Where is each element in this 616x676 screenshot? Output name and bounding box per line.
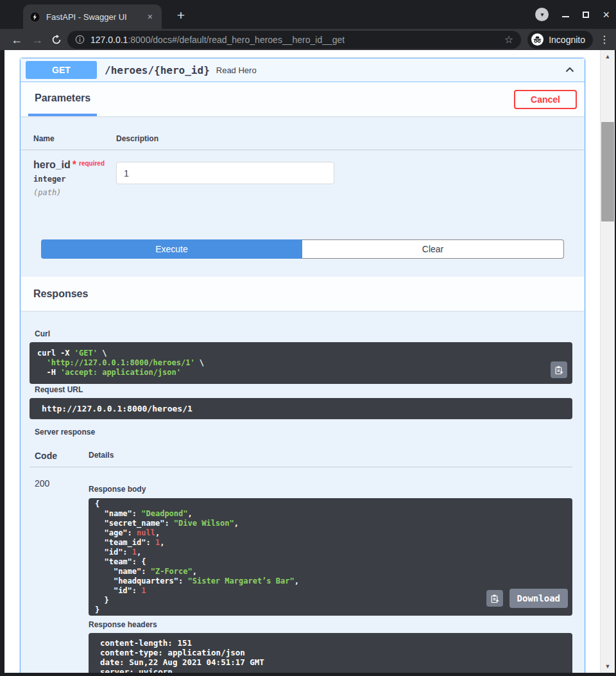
scroll-up-icon[interactable]: ▲ — [601, 53, 615, 60]
incognito-badge: Incognito — [527, 31, 593, 49]
response-table-head: Code Details — [30, 440, 572, 467]
http-method-badge: GET — [26, 61, 97, 79]
download-button[interactable]: Download — [509, 589, 568, 608]
required-label: required — [79, 160, 105, 167]
execute-row: Execute Clear — [41, 239, 564, 277]
response-body-block: { "name": "Deadpond", "secret_name": "Di… — [89, 498, 572, 616]
execute-button[interactable]: Execute — [41, 239, 302, 259]
responses-header: Responses — [21, 277, 585, 311]
response-headers-block: content-length: 151content-type: applica… — [89, 633, 572, 673]
window-close-button[interactable]: × — [603, 10, 610, 20]
request-url-block: http://127.0.0.1:8000/heroes/1 — [30, 398, 572, 419]
response-headers-text: content-length: 151content-type: applica… — [100, 638, 561, 673]
opblock-summary[interactable]: GET /heroes/{hero_id} Read Hero — [21, 58, 585, 82]
parameter-description-cell — [116, 159, 334, 197]
forward-icon[interactable]: → — [31, 34, 43, 46]
tab-close-icon[interactable]: × — [145, 11, 155, 22]
copy-curl-button[interactable] — [551, 361, 567, 378]
scroll-down-icon[interactable]: ▼ — [601, 663, 615, 670]
browser-update-menu-icon[interactable]: ▾ — [535, 8, 549, 21]
incognito-icon — [531, 33, 543, 46]
parameter-name: hero_id*required — [33, 159, 116, 171]
browser-tab-bar: FastAPI - Swagger UI × + ▾ × — [0, 0, 616, 29]
status-code: 200 — [35, 476, 89, 673]
responses-body: Curl curl -X 'GET' \ 'http://127.0.0.1:8… — [21, 311, 585, 673]
cancel-button[interactable]: Cancel — [514, 90, 577, 109]
parameters-body: Name Description hero_id*required intege… — [21, 116, 585, 277]
fastapi-favicon-icon — [30, 12, 40, 22]
reload-icon[interactable] — [51, 35, 62, 45]
column-details: Details — [89, 451, 114, 461]
swagger-page: GET /heroes/{hero_id} Read Hero Paramete… — [4, 50, 600, 673]
response-headers-label: Response headers — [89, 620, 572, 629]
parameters-header: Parameters Cancel — [21, 82, 585, 116]
url-text: 127.0.0.1:8000/docs#/default/read_hero_h… — [90, 35, 345, 45]
request-url-text: http://127.0.0.1:8000/heroes/1 — [42, 403, 560, 414]
scrollbar-thumb[interactable] — [601, 122, 614, 221]
required-star: * — [73, 159, 76, 170]
browser-viewport: GET /heroes/{hero_id} Read Hero Paramete… — [4, 50, 615, 673]
request-url-label: Request URL — [35, 385, 572, 394]
tab-title: FastAPI - Swagger UI — [46, 12, 145, 22]
curl-label: Curl — [35, 329, 572, 338]
server-response-label: Server response — [35, 428, 572, 437]
response-row: 200 Response body { "name": "Deadpond", … — [30, 467, 572, 673]
response-body-actions: Download — [486, 589, 568, 608]
site-info-icon[interactable] — [75, 35, 85, 44]
column-code: Code — [35, 451, 89, 461]
column-name: Name — [33, 134, 116, 143]
parameter-name-cell: hero_id*required integer (path) — [33, 159, 116, 197]
address-bar[interactable]: 127.0.0.1:8000/docs#/default/read_hero_h… — [67, 31, 521, 49]
curl-command: curl -X 'GET' \ 'http://127.0.0.1:8000/h… — [37, 349, 565, 377]
copy-response-button[interactable] — [486, 590, 503, 607]
parameter-type: integer — [33, 175, 116, 184]
endpoint-summary: Read Hero — [216, 65, 257, 75]
response-body-label: Response body — [89, 485, 572, 494]
browser-toolbar: ← → 127.0.0.1:8000/docs#/default/read_he… — [0, 29, 616, 50]
browser-tab[interactable]: FastAPI - Swagger UI × — [23, 4, 162, 29]
new-tab-button[interactable]: + — [172, 7, 190, 25]
parameters-table-head: Name Description — [21, 116, 585, 150]
browser-menu-icon[interactable]: ⋮ — [599, 33, 610, 46]
curl-command-block: curl -X 'GET' \ 'http://127.0.0.1:8000/h… — [30, 342, 572, 384]
incognito-label: Incognito — [549, 35, 585, 45]
maximize-button[interactable] — [583, 12, 589, 18]
back-icon[interactable]: ← — [11, 34, 22, 46]
minimize-button[interactable] — [562, 16, 569, 17]
window-controls: ▾ × — [535, 0, 610, 29]
page-scrollbar[interactable]: ▲ ▼ — [600, 50, 615, 673]
column-description: Description — [116, 134, 158, 143]
parameter-location: (path) — [33, 188, 116, 197]
parameter-row: hero_id*required integer (path) — [21, 150, 585, 197]
tab-parameters[interactable]: Parameters — [28, 82, 97, 116]
response-details-cell: Response body { "name": "Deadpond", "sec… — [89, 476, 572, 673]
hero-id-input[interactable] — [116, 162, 334, 184]
responses-title: Responses — [33, 288, 88, 300]
opblock-get-heroes: GET /heroes/{hero_id} Read Hero Paramete… — [20, 58, 585, 673]
endpoint-path: /heroes/{hero_id} — [105, 64, 210, 76]
clear-button[interactable]: Clear — [302, 239, 564, 259]
collapse-chevron-icon[interactable] — [565, 65, 575, 75]
bookmark-star-icon[interactable]: ☆ — [504, 33, 513, 46]
